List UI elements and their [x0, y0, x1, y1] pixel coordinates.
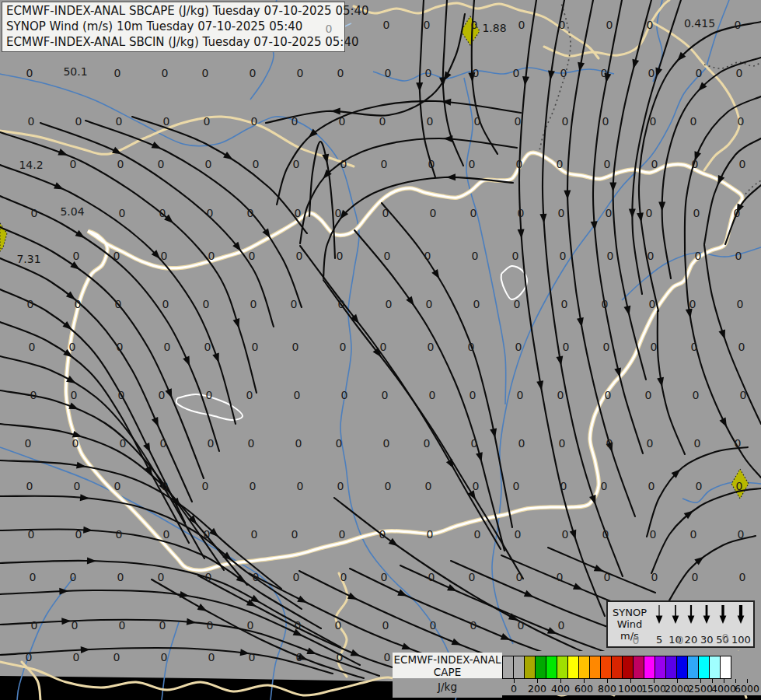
station-value: 0 [161, 250, 168, 262]
station-value: 0 [381, 571, 388, 583]
station-value: 0 [649, 298, 656, 310]
station-value: 0 [739, 571, 746, 583]
station-value: 0 [116, 528, 123, 541]
station-value: 0 [208, 651, 215, 663]
station-value: 0 [340, 571, 347, 583]
station-value: 0 [518, 19, 525, 31]
station-value: 0 [159, 207, 166, 219]
wind-arrow-scale: 5 10 20 30 50 100 [651, 602, 753, 646]
station-value: 0 [27, 298, 34, 310]
station-value: 0 [739, 158, 746, 170]
station-value: 0 [557, 158, 564, 170]
station-value: 0 [648, 480, 655, 492]
station-value: 0 [380, 341, 387, 353]
station-value: 0 [114, 480, 121, 492]
station-value-gray: 0 [677, 634, 684, 646]
wind-legend-line2: Wind [617, 618, 643, 630]
station-value: 0 [292, 341, 299, 353]
station-value: 0 [73, 250, 80, 262]
station-value: 0 [248, 437, 255, 450]
station-value: 0 [116, 115, 123, 128]
station-value: 0 [515, 115, 522, 128]
station-value: 0 [690, 115, 697, 128]
station-value: 0 [471, 437, 478, 450]
station-value: 0 [382, 389, 389, 401]
station-value: 0 [75, 528, 82, 541]
station-value: 0 [119, 619, 126, 632]
station-value: 0 [516, 571, 523, 583]
station-value-gray: 0 [633, 634, 640, 646]
station-value: 0 [558, 207, 565, 219]
station-value: 0 [559, 437, 566, 450]
station-value: 0 [25, 437, 32, 450]
station-value: 0 [208, 250, 215, 262]
station-value-special: 5.04 [60, 205, 84, 218]
down-arrow-icon [652, 604, 666, 625]
station-value: 0 [339, 115, 346, 128]
station-value-special: 7.31 [16, 253, 40, 265]
station-value: 0 [250, 67, 257, 79]
station-value: 0 [470, 389, 476, 401]
down-arrow-icon [716, 604, 730, 625]
station-value: 0 [338, 298, 345, 310]
cape-color-cell [633, 656, 644, 679]
station-value: 0 [602, 298, 609, 310]
station-value: 0 [468, 341, 475, 353]
station-value: 0 [26, 480, 33, 492]
station-value: 0 [512, 250, 519, 262]
station-value: 0 [337, 480, 344, 492]
cape-color-cell [665, 656, 677, 679]
station-value: 0 [113, 651, 120, 663]
title-box: ECMWF-INDEX-ANAL SBCAPE (J/kg) Tuesday 0… [2, 2, 345, 52]
station-value: 0 [735, 19, 742, 31]
station-value: 0 [341, 389, 348, 401]
station-value: 0 [605, 389, 612, 401]
station-value: 0 [251, 115, 258, 128]
station-value: 0 [339, 528, 346, 541]
station-value: 0 [647, 437, 654, 450]
wind-scale-item: 100 [731, 604, 751, 646]
cape-color-cell [557, 656, 568, 679]
station-value: 0 [247, 619, 254, 632]
cape-minor-tick [735, 679, 736, 683]
station-value: 0 [119, 207, 126, 219]
station-value: 0 [515, 528, 522, 541]
cape-tick-label: 2000 [665, 683, 689, 695]
station-value: 0 [291, 115, 298, 128]
station-value: 0 [563, 341, 570, 353]
station-value: 0 [651, 571, 658, 583]
station-value: 0 [562, 528, 569, 541]
cape-color-cell [600, 656, 612, 679]
station-value: 0 [429, 389, 436, 401]
down-arrow-icon [684, 604, 698, 625]
station-value: 0 [430, 207, 437, 219]
station-value: 0 [386, 298, 393, 310]
cape-color-legend: ECMWF-INDEX-ANAL CAPE J/kg 0200400600800… [393, 651, 761, 698]
station-value: 0 [384, 651, 391, 663]
station-value: 0 [206, 389, 213, 401]
cape-tick-label: 0 [511, 683, 517, 695]
station-value: 0 [295, 437, 302, 450]
station-value: 0 [205, 571, 212, 583]
station-value: 0 [117, 158, 124, 170]
cape-tick-label: 1000 [618, 683, 643, 695]
station-value: 0 [646, 207, 653, 219]
station-value: 0 [114, 67, 121, 79]
station-value: 0 [696, 480, 703, 492]
station-value: 0 [296, 651, 303, 663]
station-value: 0 [740, 389, 747, 401]
station-value: 0 [428, 158, 435, 170]
cape-tick-label: 600 [574, 683, 593, 695]
station-value: 0 [115, 298, 122, 310]
station-value: 0 [113, 250, 120, 262]
station-value: 0 [160, 437, 167, 450]
station-value: 0 [474, 115, 481, 128]
station-value: 0 [249, 250, 256, 262]
station-value: 0 [31, 619, 38, 632]
station-value: 0 [606, 207, 613, 219]
cape-legend-label: ECMWF-INDEX-ANAL CAPE [393, 653, 502, 678]
station-value: 0 [602, 528, 609, 541]
station-value: 0 [204, 115, 211, 128]
station-value: 0 [379, 115, 386, 128]
station-value: 0 [690, 528, 697, 541]
